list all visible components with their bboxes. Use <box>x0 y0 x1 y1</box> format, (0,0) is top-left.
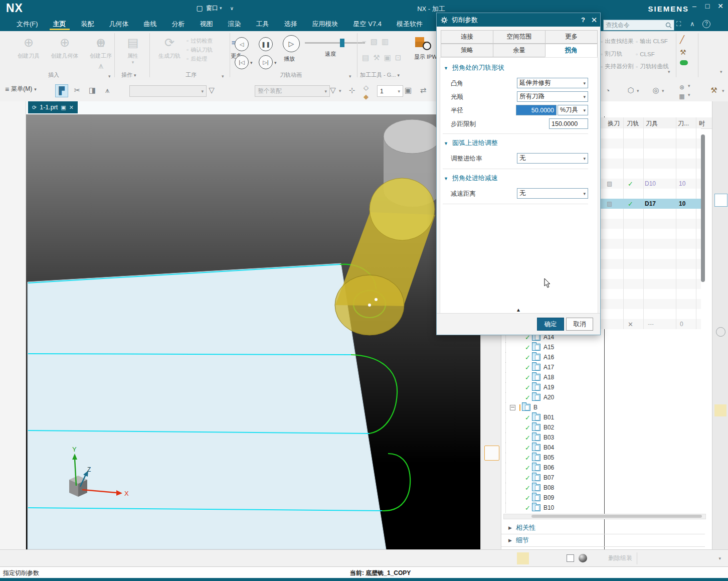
tree-item[interactable]: ✓ A15 <box>505 342 702 352</box>
bottom-tool-icon[interactable] <box>579 554 587 562</box>
ribbon-tab[interactable]: 几何体 <box>102 17 136 31</box>
go-to-start-button[interactable]: |◁ <box>235 55 249 69</box>
bottom-tool-icon[interactable] <box>550 552 562 564</box>
resource-bar-icon[interactable] <box>714 106 726 118</box>
workpiece-face[interactable] <box>28 263 386 549</box>
quick-access-icon[interactable] <box>179 3 190 13</box>
section-corner-slowdown[interactable]: 拐角处进给减速 <box>444 174 498 183</box>
dialog-collapse-arrow[interactable]: ▲ <box>437 307 600 313</box>
quick-access-icon[interactable] <box>44 3 54 13</box>
wrench-icon[interactable]: ⚒ <box>680 48 688 56</box>
quick-access-icon[interactable] <box>149 3 159 13</box>
ribbon-tab[interactable]: 装配 <box>74 17 102 31</box>
help-icon[interactable]: ? <box>702 20 710 28</box>
ribbon-right-item[interactable]: CLSF <box>636 48 669 60</box>
tree-item[interactable]: ✓ A18 <box>505 372 702 382</box>
bottom-tool-icon[interactable] <box>87 552 99 564</box>
close-button[interactable]: ✕ <box>716 2 725 10</box>
clamp-icon[interactable]: ◔ <box>602 84 614 96</box>
geometry-tool-icon[interactable] <box>6 140 21 156</box>
ribbon-button[interactable]: ⊕ 创建刀具 <box>14 35 43 60</box>
geometry-tool-icon[interactable] <box>6 209 21 224</box>
navigator-tool-icon[interactable] <box>484 446 499 461</box>
dialog-tab[interactable]: 连接 <box>441 30 493 44</box>
ribbon-right-item[interactable]: 割刀轨 <box>601 48 634 60</box>
geometry-tool-icon[interactable] <box>6 106 21 121</box>
maximize-button[interactable]: □ <box>703 2 712 10</box>
quick-access-icon[interactable] <box>104 3 114 13</box>
ribbon-far-right-dropdown[interactable]: ▾ <box>720 69 722 74</box>
navigator-tool-icon[interactable] <box>484 349 498 363</box>
machining-tool-icon[interactable]: ⚒ <box>373 53 380 62</box>
geometry-tool-icon[interactable] <box>6 482 21 497</box>
bottom-tool-icon[interactable] <box>4 552 16 564</box>
ribbon-tab[interactable]: 视图 <box>193 17 221 31</box>
pause-button[interactable]: ❚❚ <box>259 37 273 51</box>
geometry-tool-icon[interactable] <box>6 294 21 309</box>
resource-bar-icon[interactable] <box>714 381 726 393</box>
ribbon-tab[interactable]: 渲染 <box>221 17 249 31</box>
ribbon-tab[interactable]: 星空 V7.4 <box>346 17 389 31</box>
part-tab[interactable]: ⟳ 1-1.prt ▣ ✕ <box>28 101 78 113</box>
toggle-on-icon[interactable] <box>680 60 688 65</box>
viewport-scene[interactable]: X Y Z <box>26 114 480 549</box>
bottom-tool-icon[interactable] <box>567 554 574 562</box>
resource-bar-icon[interactable] <box>714 300 726 312</box>
speed-slider[interactable] <box>305 42 365 44</box>
smoothing-dropdown[interactable]: 所有刀路 <box>517 91 588 102</box>
resource-bar-icon[interactable] <box>714 468 726 480</box>
dialog-tab[interactable]: 空间范围 <box>493 30 545 44</box>
dialog-tab[interactable]: 拐角 <box>545 44 598 57</box>
tree-item[interactable]: ✓ B02 <box>505 422 702 432</box>
resource-bar-icon[interactable] <box>716 327 725 337</box>
machining-tool-icon[interactable]: ⌐ <box>362 37 367 46</box>
machining-tool-icon[interactable]: ⊡ <box>395 53 402 62</box>
quick-access-icon[interactable] <box>134 3 144 13</box>
machining-setup-icon[interactable]: ⚒ <box>708 84 720 96</box>
tree-item[interactable]: ✓ B06 <box>505 463 702 473</box>
dialog-tab[interactable]: 更多 <box>545 30 598 44</box>
filter-list-dropdown[interactable]: ▾ <box>339 88 341 93</box>
geometry-tool-icon[interactable] <box>6 413 21 428</box>
bottom-tool-icon[interactable] <box>467 552 479 564</box>
tree-item[interactable]: ✓ B01 <box>505 412 702 422</box>
minimize-button[interactable]: – <box>690 2 699 10</box>
step-back-button[interactable]: ◁ <box>235 37 249 51</box>
bottom-tool-icon[interactable] <box>368 552 380 564</box>
part-tab-close-icon[interactable]: ✕ <box>69 104 74 111</box>
bottom-tool-icon[interactable] <box>533 552 545 564</box>
go-to-end-dropdown[interactable]: ▾ <box>274 60 277 65</box>
bottom-tool-icon[interactable] <box>186 552 198 564</box>
ribbon-button[interactable]: ⊕ 创建几何体 <box>50 35 79 60</box>
geometry-tool-icon[interactable] <box>6 379 21 394</box>
animation-group-dialog-launcher[interactable]: ▾ <box>349 74 351 79</box>
tree-item[interactable]: ✓ B04 <box>505 443 702 453</box>
tree-item[interactable]: ✓ A19 <box>505 382 702 392</box>
navigator-tool-icon[interactable] <box>484 482 498 496</box>
ribbon-right-item[interactable]: 出查找结果 <box>601 35 634 48</box>
bottom-tool-icon[interactable] <box>285 552 297 564</box>
bottom-tool-icon[interactable] <box>451 552 463 564</box>
properties-button[interactable]: ▤ 属性 ▾ <box>118 35 147 65</box>
tool-group-icon[interactable]: ⊞ <box>93 36 108 51</box>
edit-tree-icon[interactable]: ✂ <box>71 84 83 96</box>
command-search-box[interactable]: 查找命令 <box>603 20 674 31</box>
go-to-start-dropdown[interactable]: ▾ <box>250 60 253 65</box>
machining-tool-icon[interactable]: ▥ <box>382 37 389 46</box>
ribbon-tab[interactable]: 分析 <box>164 17 193 31</box>
tree-item[interactable]: ✓ A16 <box>505 352 702 362</box>
resource-bar-icon[interactable] <box>714 150 726 162</box>
bottom-tool-icon[interactable] <box>169 552 181 564</box>
geometry-tool-icon[interactable] <box>6 260 21 275</box>
bottom-toolbar-dropdown[interactable]: ▾ <box>718 556 721 561</box>
quick-access-icon[interactable] <box>164 3 174 13</box>
resource-bar-icon[interactable] <box>714 279 726 291</box>
geometry-tool-icon[interactable] <box>6 243 21 258</box>
section-corner-shape[interactable]: 拐角处的刀轨形状 <box>444 63 504 72</box>
dialog-help-button[interactable]: ? <box>578 16 588 24</box>
resource-bar-icon[interactable] <box>714 447 726 459</box>
play-button[interactable]: ▷ <box>283 35 300 52</box>
ribbon-tab[interactable]: 模圣软件 <box>389 17 430 31</box>
tree-item[interactable]: ✓ A17 <box>505 362 702 372</box>
generate-toolpath-button[interactable]: ⟳ 生成刀轨 <box>153 35 186 60</box>
